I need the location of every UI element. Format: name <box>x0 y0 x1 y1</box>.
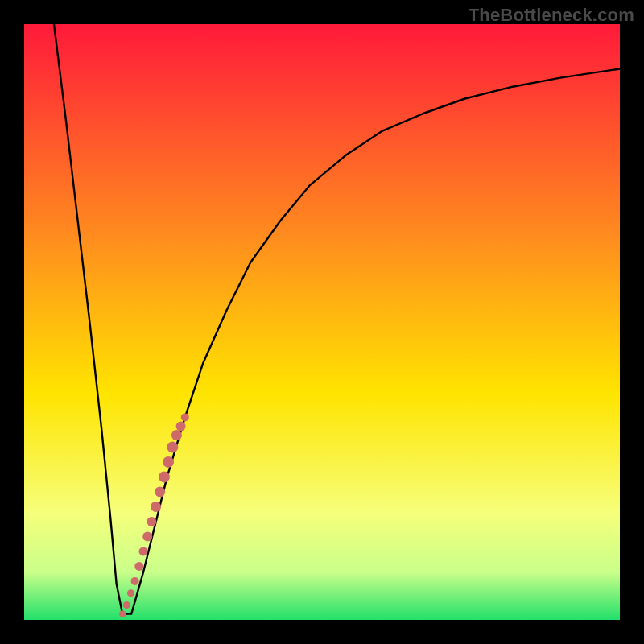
dot <box>151 502 161 512</box>
chart-frame: TheBottleneck.com <box>0 0 644 644</box>
dot <box>119 611 126 617</box>
chart-svg <box>24 24 620 620</box>
dot <box>134 562 143 571</box>
watermark-text: TheBottleneck.com <box>469 5 634 26</box>
dot <box>159 471 170 482</box>
dot <box>163 456 174 468</box>
dot <box>176 422 186 431</box>
dot <box>181 413 189 421</box>
dot <box>167 441 178 452</box>
dot <box>147 517 156 526</box>
dot <box>123 601 130 609</box>
dot <box>155 486 165 497</box>
dot <box>142 531 152 541</box>
dot <box>171 430 182 440</box>
dot <box>139 547 148 555</box>
dot <box>127 589 134 597</box>
dot <box>131 577 139 585</box>
plot-area <box>24 24 620 620</box>
gradient-background <box>24 24 620 620</box>
